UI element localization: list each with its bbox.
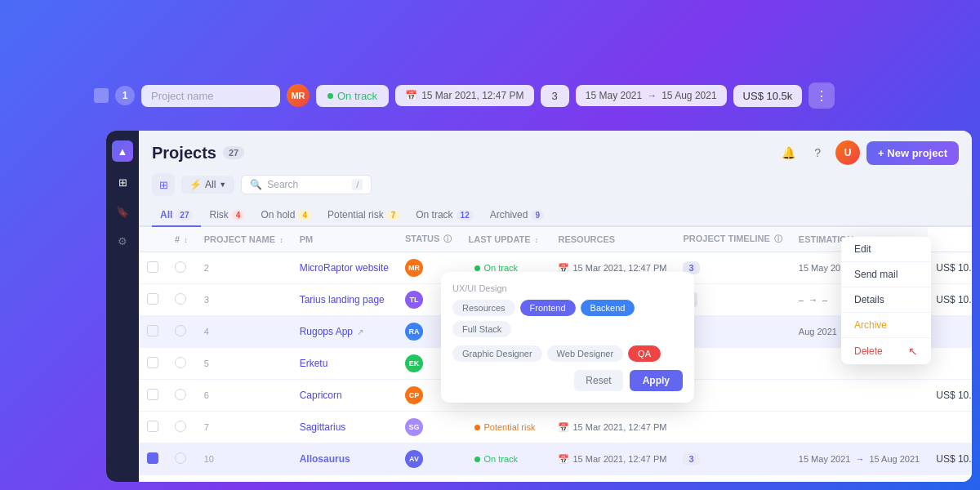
tab-risk[interactable]: Risk 4: [201, 204, 252, 227]
grid-view-button[interactable]: ⊞: [152, 173, 175, 196]
sidebar-icon-grid[interactable]: ⊞: [114, 173, 131, 191]
chevron-down-icon: ▼: [219, 180, 226, 189]
last-update-cell: 📅15 Mar 2021, 12:47 PM: [558, 454, 666, 465]
row-checkbox[interactable]: [147, 325, 158, 336]
filter-bar: ⊞ ⚡ All ▼ 🔍 Search /: [152, 173, 959, 196]
cursor-icon: ↖: [908, 345, 918, 358]
tab-ontrack[interactable]: On track 12: [408, 204, 481, 227]
top-bar-status: On track: [316, 85, 389, 107]
header-actions: 🔔 ? U + New project: [777, 140, 959, 165]
top-bar-project-name[interactable]: Project name: [141, 85, 280, 107]
row-status-circle: [175, 389, 186, 400]
sidebar-logo[interactable]: ▲: [112, 140, 133, 162]
top-bar-timeline: 15 May 2021 → 15 Aug 2021: [576, 85, 727, 106]
notifications-button[interactable]: 🔔: [777, 141, 800, 164]
tag-fullstack[interactable]: Full Stack: [452, 321, 511, 337]
top-bar-cost: US$ 10.5k: [733, 85, 803, 107]
col-lastupdate: LAST UPDATE ↕: [460, 227, 550, 252]
tag-backend[interactable]: Backend: [581, 300, 635, 316]
context-edit[interactable]: Edit: [841, 237, 931, 261]
row-checkbox[interactable]: [147, 293, 158, 305]
search-shortcut: /: [352, 179, 363, 190]
row-status-circle: [175, 452, 186, 464]
tag-graphic-designer[interactable]: Graphic Designer: [452, 345, 542, 362]
project-name-link[interactable]: Capricorn: [300, 390, 342, 401]
filter-dropdown[interactable]: ⚡ All ▼: [181, 176, 234, 194]
search-icon: 🔍: [250, 179, 262, 190]
cost-cell: US$ 10.5k: [936, 453, 972, 465]
header-top: Projects 27 🔔 ? U + New project: [152, 140, 959, 165]
row-checkbox[interactable]: [147, 261, 158, 273]
col-num: # ↕: [167, 227, 196, 252]
row-checkbox[interactable]: [147, 421, 158, 432]
reset-button[interactable]: Reset: [574, 370, 622, 391]
search-box[interactable]: 🔍 Search /: [241, 175, 372, 194]
top-bar-more-icon[interactable]: ⋮: [808, 82, 835, 109]
top-bar-number: 1: [115, 86, 135, 105]
sidebar-icon-bookmark[interactable]: 🔖: [114, 203, 131, 220]
timeline-cell: 15 May 2021 → 15 Aug 2021: [799, 454, 920, 464]
cost-cell: US$ 10.5k: [936, 262, 972, 274]
top-bar: 1 Project name MR On track 📅 15 Mar 2021…: [94, 78, 964, 114]
tag-resources[interactable]: Resources: [452, 300, 515, 316]
col-timeline: PROJECT TIMELINE ⓘ: [675, 227, 790, 252]
project-name-link[interactable]: MicroRaptor website: [300, 262, 389, 274]
resources-popup: UX/UI Design Resources Frontend Backend …: [441, 272, 694, 403]
filter-icon: ⚡: [189, 179, 202, 190]
new-project-button[interactable]: + New project: [866, 141, 959, 165]
row-status-circle: [175, 325, 186, 336]
user-avatar[interactable]: U: [835, 140, 860, 165]
table-row: 10 Allosaurus AV On track 📅15 Mar 2021, …: [139, 443, 972, 475]
row-status-circle: [175, 293, 186, 305]
tag-qa[interactable]: QA: [628, 345, 661, 362]
last-update-cell: 📅15 Mar 2021, 12:47 PM: [558, 422, 666, 433]
project-name-link[interactable]: Rugops App ↗: [300, 326, 364, 337]
top-bar-resources: 3: [541, 85, 569, 107]
sidebar-icon-settings[interactable]: ⚙: [114, 232, 131, 250]
tab-archived[interactable]: Archived 9: [482, 204, 552, 227]
tab-potential-risk[interactable]: Potential risk 7: [319, 204, 408, 227]
help-button[interactable]: ?: [806, 141, 829, 164]
pm-avatar: SG: [405, 418, 423, 436]
project-name-link[interactable]: Erketu: [300, 358, 328, 369]
page-title: Projects: [152, 144, 216, 163]
apply-button[interactable]: Apply: [630, 370, 683, 391]
context-delete[interactable]: Delete ↖: [841, 338, 931, 364]
col-resources: RESOURCES: [550, 227, 675, 252]
row-checkbox[interactable]: [147, 357, 158, 368]
tab-all[interactable]: All 27: [152, 204, 201, 227]
tab-onhold[interactable]: On hold 4: [252, 204, 319, 227]
project-name-link[interactable]: Tarius landing page: [300, 294, 385, 305]
pm-avatar: CP: [405, 386, 423, 404]
col-project-name: PROJECT NAME ↕: [196, 227, 292, 252]
popup-tags-row1: Resources Frontend Backend Full Stack: [452, 300, 683, 337]
table-row: 7 Sagittarius SG Potential risk 📅15 Mar …: [139, 412, 972, 443]
cost-cell: US$ 10.5k: [936, 390, 972, 401]
row-checkbox[interactable]: [147, 452, 158, 464]
col-status: STATUS ⓘ: [397, 227, 460, 252]
pm-avatar: RA: [405, 323, 423, 341]
pm-avatar: TL: [405, 291, 423, 309]
status-badge: Potential risk: [468, 421, 541, 434]
resources-chip[interactable]: 3: [683, 452, 699, 466]
status-badge: On track: [468, 452, 524, 466]
pm-avatar: AV: [405, 450, 423, 468]
row-status-circle: [175, 421, 186, 432]
pm-avatar: EK: [405, 354, 423, 372]
projects-count-badge: 27: [223, 146, 244, 159]
project-name-link[interactable]: Sagittarius: [300, 421, 346, 433]
tabs-bar: All 27 Risk 4 On hold 4 Potential risk 7…: [139, 204, 972, 227]
context-details[interactable]: Details: [841, 287, 931, 312]
top-bar-checkbox[interactable]: [94, 88, 109, 103]
context-archive[interactable]: Archive: [841, 313, 931, 337]
status-dot: [327, 93, 333, 99]
context-sendmail[interactable]: Send mail: [841, 262, 931, 287]
popup-actions: Reset Apply: [452, 370, 683, 391]
project-name-link[interactable]: Allosaurus: [300, 453, 350, 465]
sidebar: ▲ ⊞ 🔖 ⚙: [106, 131, 139, 482]
tag-frontend[interactable]: Frontend: [520, 300, 576, 316]
timeline-arrow-icon: →: [647, 90, 657, 101]
tag-web-designer[interactable]: Web Designer: [547, 345, 624, 362]
col-pm: PM: [292, 227, 397, 252]
row-checkbox[interactable]: [147, 389, 158, 400]
